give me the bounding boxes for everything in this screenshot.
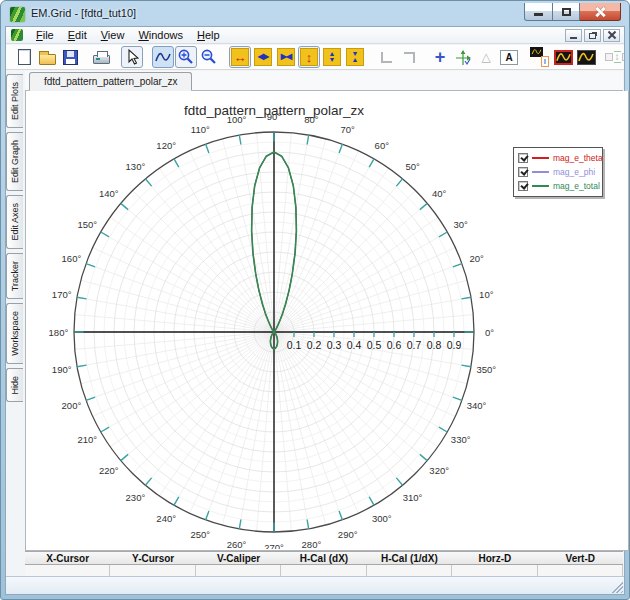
plot-window-new-button[interactable] <box>575 46 597 68</box>
resize-grip[interactable] <box>610 580 623 593</box>
measure-header-v-caliper: V-Caliper <box>196 552 281 564</box>
svg-text:190°: 190° <box>52 364 72 375</box>
menu-edit[interactable]: Edit <box>61 28 94 42</box>
svg-text:300°: 300° <box>372 513 392 524</box>
sidebar-tab-workspace[interactable]: Workspace <box>6 303 23 364</box>
title-bar[interactable]: EM.Grid - [fdtd_tut10] <box>3 3 627 26</box>
close-button[interactable] <box>580 3 621 21</box>
menu-windows[interactable]: Windows <box>131 28 190 42</box>
app-icon <box>10 7 25 22</box>
sidebar-tab-tracker[interactable]: Tracker <box>6 253 23 299</box>
svg-text:200°: 200° <box>62 400 82 411</box>
legend-checkbox-mag_e_phi[interactable] <box>518 167 528 177</box>
svg-text:40°: 40° <box>432 188 447 199</box>
measure-header-h-cal-1-dx-: H-Cal (1/dX) <box>367 552 452 564</box>
print-button[interactable] <box>90 46 112 68</box>
legend-line-sample <box>532 157 549 159</box>
document-tab[interactable]: fdtd_pattern_pattern_polar_zx <box>29 72 192 91</box>
zoom-in-button[interactable] <box>175 46 197 68</box>
zoom-out-button[interactable] <box>198 46 220 68</box>
svg-text:230°: 230° <box>126 492 146 503</box>
svg-text:120°: 120° <box>156 140 176 151</box>
svg-text:110°: 110° <box>191 124 210 135</box>
svg-text:0.7: 0.7 <box>407 339 422 351</box>
svg-text:140°: 140° <box>99 188 119 199</box>
new-document-button[interactable] <box>13 46 35 68</box>
measure-header-y-cursor: Y-Cursor <box>110 552 195 564</box>
legend-checkbox-mag_e_total[interactable] <box>518 181 528 191</box>
fit-view-button[interactable] <box>152 46 174 68</box>
mdi-minimize-icon <box>570 37 577 39</box>
measure-header-x-cursor: X-Cursor <box>25 552 110 564</box>
maximize-button[interactable] <box>553 3 580 21</box>
text-annotation-button[interactable]: A <box>498 46 520 68</box>
legend-line-sample <box>532 171 549 173</box>
client-area: FileEditViewWindowsHelp ↔◀▶▶◀↕▲▼▼▲+△A↕↔L… <box>5 26 625 595</box>
sidebar-tab-edit-graph[interactable]: Edit Graph <box>6 132 23 191</box>
svg-text:0.9: 0.9 <box>447 339 462 351</box>
expand-x-button[interactable]: ↔ <box>229 46 251 68</box>
minimize-button[interactable] <box>524 3 553 21</box>
compress-x-button[interactable]: ▶◀ <box>275 46 297 68</box>
plot-canvas[interactable]: 0.10.20.30.40.50.60.70.80.90°10°20°30°40… <box>25 91 629 551</box>
pointer-select-button[interactable] <box>121 46 143 68</box>
measure-header-h-cal-dx-: H-Cal (dX) <box>281 552 366 564</box>
close-icon <box>595 7 605 17</box>
svg-text:310°: 310° <box>403 492 423 503</box>
svg-text:0.2: 0.2 <box>307 339 322 351</box>
toolbar: ↔◀▶▶◀↕▲▼▼▲+△A↕↔Layout <box>6 45 624 70</box>
svg-text:290°: 290° <box>338 529 358 540</box>
save-file-button[interactable] <box>59 46 81 68</box>
mdi-close-button[interactable] <box>603 29 620 42</box>
legend-checkbox-mag_e_theta[interactable] <box>518 153 528 163</box>
status-bar <box>6 576 624 594</box>
menu-bar: FileEditViewWindowsHelp <box>6 27 624 44</box>
legend-label: mag_e_phi <box>553 167 595 177</box>
sidebar-tab-label: Edit Axes <box>10 203 20 241</box>
legend-line-sample <box>532 185 549 187</box>
legend-label: mag_e_total <box>553 181 600 191</box>
add-plot-window-button[interactable] <box>529 46 551 68</box>
window-title: EM.Grid - [fdtd_tut10] <box>31 7 136 19</box>
svg-text:260°: 260° <box>227 539 247 549</box>
svg-text:0.3: 0.3 <box>327 339 342 351</box>
maximize-icon <box>562 8 571 16</box>
expand-y-button[interactable]: ↕ <box>298 46 320 68</box>
svg-text:10°: 10° <box>479 289 494 300</box>
minimize-icon <box>534 13 543 16</box>
sidebar-tab-edit-axes[interactable]: Edit Axes <box>6 195 23 249</box>
svg-text:0.5: 0.5 <box>367 339 382 351</box>
svg-text:60°: 60° <box>375 140 390 151</box>
svg-text:210°: 210° <box>77 434 97 445</box>
svg-text:330°: 330° <box>451 434 471 445</box>
menu-file[interactable]: File <box>29 28 61 42</box>
distribute-vertical-button: ↕ <box>606 46 624 68</box>
mdi-minimize-button[interactable] <box>565 29 582 42</box>
svg-text:170°: 170° <box>52 289 72 300</box>
mdi-window-controls <box>565 29 624 42</box>
plot-window-current-button[interactable] <box>552 46 574 68</box>
stretch-y-button[interactable]: ▲▼ <box>321 46 343 68</box>
menu-view[interactable]: View <box>94 28 132 42</box>
mdi-restore-icon <box>589 33 596 39</box>
sidebar-tab-label: Tracker <box>10 261 20 291</box>
stretch-x-button[interactable]: ◀▶ <box>252 46 274 68</box>
svg-text:0.6: 0.6 <box>387 339 402 351</box>
svg-text:0.8: 0.8 <box>427 339 442 351</box>
menu-bar-items: FileEditViewWindowsHelp <box>29 28 227 42</box>
compress-y-button[interactable]: ▼▲ <box>344 46 366 68</box>
svg-text:50°: 50° <box>405 161 420 172</box>
menu-help[interactable]: Help <box>190 28 227 42</box>
open-file-button[interactable] <box>36 46 58 68</box>
sidebar-tab-hide[interactable]: Hide <box>6 368 23 403</box>
document-icon[interactable] <box>11 29 23 41</box>
sidebar-tab-strip: Edit PlotsEdit GraphEdit AxesTrackerWork… <box>6 71 25 594</box>
mdi-restore-button[interactable] <box>584 29 601 42</box>
axes-tracker-button[interactable] <box>452 46 474 68</box>
sidebar-tab-label: Hide <box>10 376 20 395</box>
svg-text:240°: 240° <box>156 513 176 524</box>
svg-text:350°: 350° <box>476 364 496 375</box>
crosshair-cursor-button[interactable]: + <box>429 46 451 68</box>
svg-text:30°: 30° <box>454 219 469 230</box>
sidebar-tab-edit-plots[interactable]: Edit Plots <box>6 74 23 128</box>
